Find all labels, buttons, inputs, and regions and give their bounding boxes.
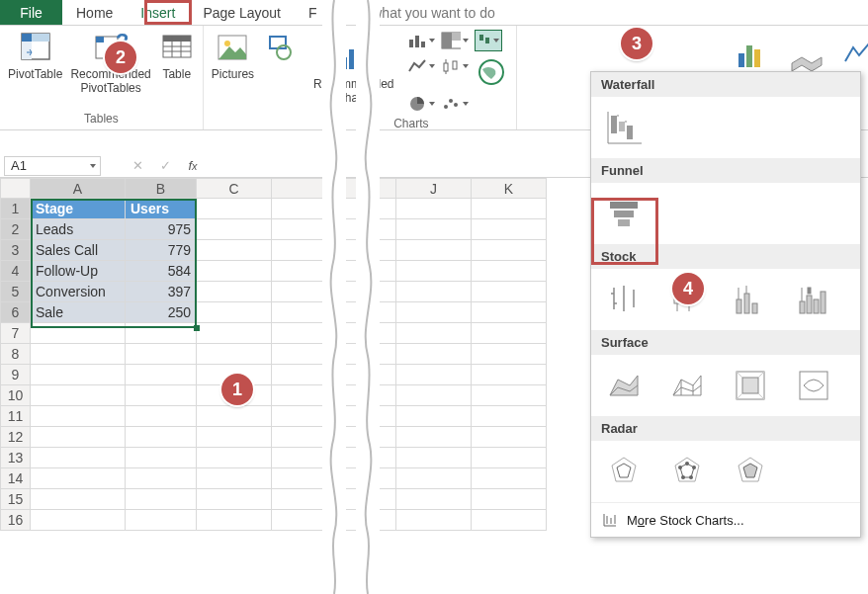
- cell[interactable]: 584: [126, 261, 197, 282]
- col-header-B[interactable]: B: [126, 179, 197, 199]
- col-header-C[interactable]: C: [197, 179, 272, 199]
- row-header[interactable]: 14: [1, 468, 31, 489]
- callout-3: 3: [621, 28, 652, 59]
- pivottable-icon: [18, 30, 53, 65]
- svg-rect-2: [32, 34, 49, 42]
- ribbon-tabs: File Home Insert Page Layout F e what yo…: [0, 0, 868, 26]
- svg-rect-5: [96, 37, 104, 42]
- cell[interactable]: Conversion: [31, 282, 126, 302]
- col-header-J[interactable]: J: [396, 179, 472, 199]
- tab-file[interactable]: File: [0, 0, 62, 25]
- row-header[interactable]: 2: [1, 219, 31, 240]
- svg-rect-21: [409, 40, 413, 47]
- cell[interactable]: Follow-Up: [31, 261, 126, 282]
- svg-rect-44: [611, 116, 617, 133]
- cell[interactable]: 250: [126, 302, 197, 323]
- row-header[interactable]: 8: [1, 344, 31, 365]
- radar-chart-option-3[interactable]: [728, 449, 773, 494]
- cell[interactable]: 397: [126, 282, 197, 302]
- select-all-corner[interactable]: [1, 179, 31, 199]
- row-header[interactable]: 15: [1, 489, 31, 510]
- tab-pagelayout[interactable]: Page Layout: [189, 0, 295, 25]
- shapes-button[interactable]: [262, 30, 298, 65]
- surface-chart-option-1[interactable]: [601, 363, 647, 408]
- torn-edge: [322, 0, 346, 594]
- statistic-chart-button[interactable]: [441, 55, 469, 77]
- recommended-pivottables-label: RecommendedPivotTables: [70, 67, 150, 95]
- tab-home[interactable]: Home: [62, 0, 127, 25]
- stock-chart-option-4[interactable]: [791, 277, 836, 322]
- surface-chart-option-3[interactable]: [728, 363, 773, 408]
- cell[interactable]: Sale: [31, 302, 126, 323]
- row-header[interactable]: 9: [1, 365, 31, 385]
- name-box[interactable]: A1: [4, 156, 101, 176]
- fill-handle[interactable]: [194, 325, 200, 331]
- row-header[interactable]: 13: [1, 448, 31, 468]
- table-button[interactable]: Table: [159, 30, 195, 81]
- pivottable-button[interactable]: PivotTable: [8, 30, 62, 81]
- row-header[interactable]: 11: [1, 406, 31, 427]
- row-header[interactable]: 1: [1, 199, 31, 219]
- svg-rect-45: [619, 122, 625, 131]
- column-chart-button[interactable]: [407, 30, 435, 51]
- tell-me-search[interactable]: e what you want to do: [361, 0, 495, 25]
- cell[interactable]: 975: [126, 219, 197, 240]
- surface-chart-option-2[interactable]: [664, 363, 710, 408]
- radar-chart-option-1[interactable]: [601, 449, 647, 494]
- stock-chart-option-1[interactable]: [601, 277, 647, 322]
- stock-chart-option-3[interactable]: [728, 277, 773, 322]
- name-box-value: A1: [11, 158, 27, 173]
- svg-rect-26: [452, 33, 461, 41]
- svg-rect-1: [22, 34, 32, 42]
- cell-A1[interactable]: Stage: [31, 199, 126, 219]
- row-header[interactable]: 4: [1, 261, 31, 282]
- gallery-header-radar: Radar: [591, 416, 860, 441]
- row-header[interactable]: 12: [1, 427, 31, 448]
- enter-formula-button[interactable]: ✓: [152, 156, 178, 176]
- svg-rect-49: [610, 202, 638, 209]
- row-header[interactable]: 7: [1, 323, 31, 344]
- group-label-charts: Charts: [393, 115, 428, 134]
- radar-chart-option-2[interactable]: [664, 449, 710, 494]
- cell[interactable]: Leads: [31, 219, 126, 240]
- tab-insert[interactable]: Insert: [127, 0, 189, 25]
- svg-point-82: [678, 466, 682, 469]
- more-stock-charts-link[interactable]: More Stock Charts...: [591, 502, 860, 537]
- 3dmap-icon[interactable]: [788, 36, 824, 71]
- col-header-A[interactable]: A: [31, 179, 126, 199]
- map-chart-button[interactable]: [475, 55, 508, 89]
- cancel-formula-button[interactable]: ✕: [125, 156, 150, 176]
- scatter-chart-button[interactable]: [441, 93, 469, 115]
- row-header[interactable]: 10: [1, 385, 31, 406]
- fx-button[interactable]: fx: [180, 156, 206, 176]
- chevron-down-icon[interactable]: [90, 164, 96, 168]
- svg-rect-22: [415, 36, 419, 47]
- col-header-K[interactable]: K: [472, 179, 547, 199]
- pivotchart-icon[interactable]: [735, 36, 770, 71]
- cell[interactable]: Sales Call: [31, 240, 126, 261]
- row-header[interactable]: 16: [1, 510, 31, 531]
- cell[interactable]: 779: [126, 240, 197, 261]
- svg-rect-67: [807, 296, 812, 313]
- svg-rect-69: [821, 292, 825, 313]
- pie-chart-button[interactable]: [407, 93, 435, 115]
- svg-rect-61: [737, 299, 741, 313]
- gallery-header-funnel: Funnel: [591, 158, 860, 183]
- svg-rect-23: [421, 42, 425, 47]
- waterfall-chart-option[interactable]: [601, 105, 647, 150]
- sparkline-icon[interactable]: [841, 36, 868, 71]
- pictures-button[interactable]: Pictures: [212, 30, 254, 81]
- svg-marker-75: [617, 464, 631, 477]
- funnel-chart-option[interactable]: [601, 191, 647, 236]
- row-header[interactable]: 3: [1, 240, 31, 261]
- svg-rect-50: [614, 211, 634, 217]
- hierarchy-chart-button[interactable]: [441, 30, 469, 51]
- cell-B1[interactable]: Users: [126, 199, 197, 219]
- waterfall-chart-button[interactable]: [475, 30, 502, 51]
- row-header[interactable]: 6: [1, 302, 31, 323]
- row-header[interactable]: 5: [1, 282, 31, 302]
- svg-point-37: [449, 99, 453, 103]
- surface-chart-option-4[interactable]: [791, 363, 836, 408]
- callout-2: 2: [105, 42, 136, 73]
- line-chart-button[interactable]: [407, 55, 435, 77]
